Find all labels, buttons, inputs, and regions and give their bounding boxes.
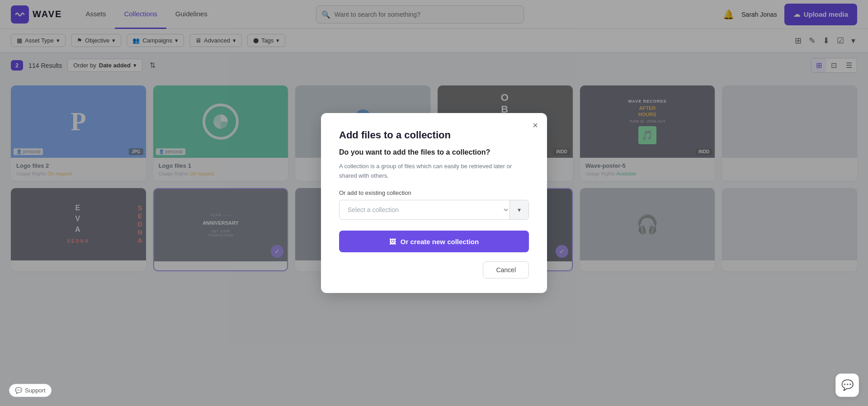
add-to-collection-modal: × Add files to a collection Do you want … — [321, 113, 547, 293]
support-button[interactable]: 💬 Support — [9, 384, 52, 397]
collection-icon: 🖼 — [389, 238, 396, 245]
modal-actions: Cancel — [339, 261, 529, 279]
modal-overlay[interactable]: × Add files to a collection Do you want … — [0, 0, 868, 406]
collection-select-wrap: Select a collection ▾ — [339, 200, 529, 220]
modal-close-button[interactable]: × — [533, 120, 538, 131]
chat-bubble-icon: 💬 — [841, 379, 854, 391]
create-new-collection-button[interactable]: 🖼 Or create new collection — [339, 231, 529, 252]
modal-title: Add files to a collection — [339, 129, 529, 141]
cancel-button[interactable]: Cancel — [483, 261, 529, 279]
collection-select[interactable]: Select a collection — [340, 200, 509, 219]
modal-description: A collection is a group of files which c… — [339, 162, 529, 181]
existing-collection-label: Or add to existing collection — [339, 189, 529, 196]
select-arrow-icon: ▾ — [509, 200, 528, 219]
support-chat: 💬 Support — [9, 384, 52, 397]
chat-icon: 💬 — [15, 387, 22, 394]
modal-question: Do you want to add the files to a collec… — [339, 148, 529, 156]
chat-widget-button[interactable]: 💬 — [835, 373, 859, 397]
